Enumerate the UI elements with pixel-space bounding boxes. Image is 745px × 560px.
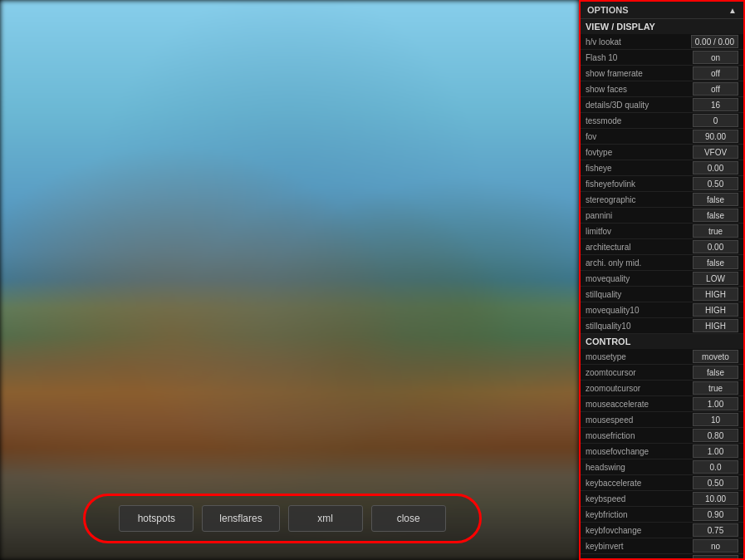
option-label: show faces: [586, 85, 693, 94]
option-label: mousefovchange: [586, 447, 693, 456]
option-value[interactable]: false: [693, 366, 738, 379]
option-value[interactable]: 1.00: [693, 445, 738, 458]
option-value[interactable]: 0.75: [693, 523, 738, 537]
option-value[interactable]: false: [693, 193, 738, 206]
option-label: details/3D quality: [586, 101, 693, 110]
option-row[interactable]: Flash 10on: [581, 50, 743, 66]
option-value[interactable]: 3.00: [693, 555, 738, 560]
options-panel: OPTIONS ▲ VIEW / DISPLAYh/v lookat0.00 /…: [579, 0, 745, 560]
option-label: mouseaccelerate: [586, 400, 693, 409]
option-row[interactable]: architectural0.00: [581, 239, 743, 255]
option-row[interactable]: keybfovchange0.75: [581, 523, 743, 538]
option-value[interactable]: 0: [693, 114, 738, 127]
option-label: stereographic: [586, 195, 693, 204]
option-label: pannini: [586, 211, 693, 220]
option-row[interactable]: zoomoutcursortrue: [581, 381, 743, 396]
option-row[interactable]: fovtypeVFOV: [581, 145, 743, 160]
lensflares-button[interactable]: lensflares: [202, 505, 279, 532]
option-label: keybfovchange: [586, 526, 693, 535]
panel-title: OPTIONS: [587, 5, 629, 15]
option-label: limitfov: [586, 227, 693, 236]
option-value[interactable]: VFOV: [693, 145, 738, 159]
option-row[interactable]: keybaccelerate0.50: [581, 475, 743, 491]
option-row[interactable]: headswing0.0: [581, 459, 743, 475]
option-row[interactable]: keybspeed10.00: [581, 491, 743, 507]
option-row[interactable]: details/3D quality16: [581, 97, 743, 113]
option-row[interactable]: show framerateoff: [581, 66, 743, 81]
option-row[interactable]: mouseaccelerate1.00: [581, 396, 743, 412]
option-value[interactable]: off: [693, 82, 738, 96]
option-label: fovtype: [586, 148, 693, 157]
option-row[interactable]: fisheyefovlink0.50: [581, 176, 743, 192]
option-value[interactable]: 0.00 / 0.00: [691, 35, 738, 48]
option-value[interactable]: on: [693, 51, 738, 64]
option-value[interactable]: 10.00: [693, 492, 738, 505]
option-value[interactable]: 0.80: [693, 429, 738, 442]
option-value[interactable]: 0.50: [693, 177, 738, 190]
option-row[interactable]: stillqualityHIGH: [581, 287, 743, 302]
option-value[interactable]: LOW: [693, 272, 738, 285]
panel-content: VIEW / DISPLAYh/v lookat0.00 / 0.00Flash…: [581, 19, 743, 560]
option-label: headswing: [586, 463, 693, 472]
hotspots-button[interactable]: hotspots: [119, 505, 194, 532]
xml-button[interactable]: xml: [288, 505, 363, 532]
main-viewport: [0, 0, 579, 560]
option-label: mousespeed: [586, 415, 693, 425]
option-row[interactable]: panninifalse: [581, 208, 743, 224]
option-row[interactable]: keybinvertno: [581, 538, 743, 554]
option-value[interactable]: 0.0: [693, 460, 738, 474]
option-value[interactable]: 0.50: [693, 476, 738, 489]
option-label: Flash 10: [586, 53, 693, 62]
bottom-toolbar: hotspots lensflares xml close: [83, 494, 482, 543]
option-label: stillquality10: [586, 322, 693, 331]
option-row[interactable]: fovspeed3.00: [581, 554, 743, 560]
close-button[interactable]: close: [371, 505, 446, 532]
option-value[interactable]: HIGH: [693, 319, 738, 332]
option-row[interactable]: mousetypemoveto: [581, 349, 743, 365]
option-value[interactable]: true: [693, 224, 738, 238]
option-row[interactable]: stillquality10HIGH: [581, 318, 743, 334]
option-value[interactable]: true: [693, 381, 738, 395]
option-row[interactable]: h/v lookat0.00 / 0.00: [581, 34, 743, 50]
option-value[interactable]: no: [693, 539, 738, 553]
option-value[interactable]: moveto: [693, 350, 738, 363]
option-row[interactable]: show facesoff: [581, 81, 743, 97]
option-value[interactable]: 10: [693, 413, 738, 426]
option-label: zoomtocursor: [586, 368, 693, 377]
option-row[interactable]: keybfriction0.90: [581, 507, 743, 523]
option-value[interactable]: 16: [693, 98, 738, 111]
option-value[interactable]: false: [693, 209, 738, 222]
up-arrow-icon[interactable]: ▲: [728, 6, 737, 15]
option-value[interactable]: 0.90: [693, 508, 738, 521]
option-label: fovspeed: [586, 558, 693, 561]
option-label: stillquality: [586, 290, 693, 299]
option-label: h/v lookat: [586, 37, 691, 47]
option-row[interactable]: mousefovchange1.00: [581, 444, 743, 459]
option-label: movequality: [586, 274, 693, 283]
option-label: mousetype: [586, 352, 693, 361]
option-row[interactable]: movequality10HIGH: [581, 302, 743, 318]
option-row[interactable]: movequalityLOW: [581, 271, 743, 287]
option-row[interactable]: tessmode0: [581, 113, 743, 129]
option-row[interactable]: mousefriction0.80: [581, 428, 743, 444]
option-value[interactable]: 0.00: [693, 161, 738, 174]
option-label: mousefriction: [586, 431, 693, 440]
option-label: movequality10: [586, 306, 693, 315]
option-value[interactable]: 1.00: [693, 397, 738, 410]
option-row[interactable]: zoomtocursorfalse: [581, 365, 743, 381]
option-row[interactable]: mousespeed10: [581, 412, 743, 428]
option-row[interactable]: archi. only mid.false: [581, 255, 743, 271]
option-row[interactable]: limitfovtrue: [581, 224, 743, 239]
option-value[interactable]: false: [693, 256, 738, 269]
option-label: archi. only mid.: [586, 258, 693, 268]
option-value[interactable]: 0.00: [693, 240, 738, 253]
option-label: zoomoutcursor: [586, 384, 693, 393]
option-value[interactable]: HIGH: [693, 287, 738, 301]
option-value[interactable]: 90.00: [693, 130, 738, 143]
option-row[interactable]: fisheye0.00: [581, 160, 743, 176]
option-row[interactable]: stereographicfalse: [581, 192, 743, 208]
option-row[interactable]: fov90.00: [581, 129, 743, 145]
option-value[interactable]: HIGH: [693, 303, 738, 317]
option-value[interactable]: off: [693, 66, 738, 80]
option-label: tessmode: [586, 116, 693, 125]
